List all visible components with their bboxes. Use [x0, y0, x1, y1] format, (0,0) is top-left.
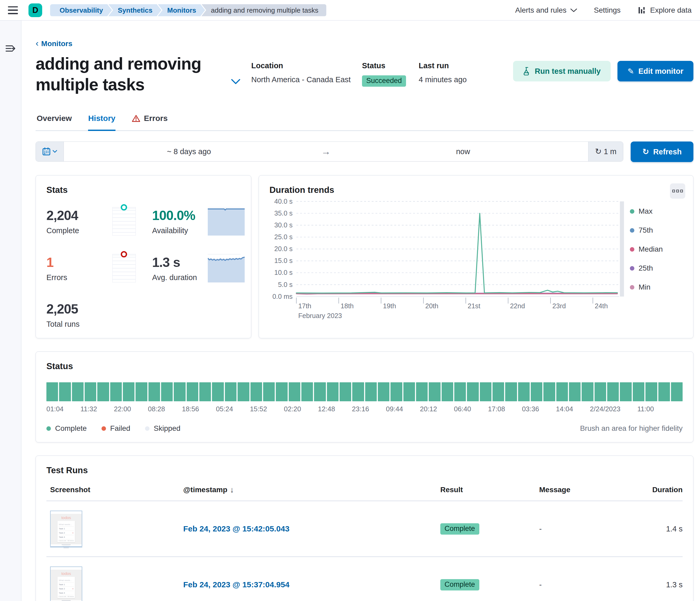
tab-bar: Overview History Errors	[35, 114, 693, 131]
refresh-interval-control[interactable]: ↻ 1 m	[588, 142, 623, 161]
legend-dot	[630, 209, 634, 214]
status-bar[interactable]	[505, 382, 517, 401]
legend-item-min[interactable]: Min	[630, 283, 682, 291]
status-bar[interactable]	[569, 382, 580, 401]
tab-errors[interactable]: Errors	[132, 114, 168, 131]
status-bar[interactable]	[225, 382, 236, 401]
status-bar[interactable]	[378, 382, 390, 401]
breadcrumb-item[interactable]: Observability	[50, 4, 112, 16]
svg-text:30.0 s: 30.0 s	[274, 221, 292, 229]
col-timestamp[interactable]: @timestamp↓	[183, 485, 440, 494]
status-bar[interactable]	[327, 382, 339, 401]
status-bar[interactable]	[72, 382, 83, 401]
status-bar[interactable]	[467, 382, 478, 401]
test-run-timestamp-link[interactable]: Feb 24, 2023 @ 15:37:04.954	[183, 580, 290, 589]
status-bar[interactable]	[633, 382, 644, 401]
breadcrumb-item[interactable]: Synthetics	[108, 4, 161, 16]
status-bar[interactable]	[85, 382, 96, 401]
status-bar[interactable]	[135, 382, 147, 401]
status-bar[interactable]	[454, 382, 466, 401]
space-avatar[interactable]: D	[28, 3, 42, 17]
legend-item-25th[interactable]: 25th	[630, 264, 682, 272]
thumb-app-title: todos	[51, 571, 82, 576]
status-bar[interactable]	[187, 382, 198, 401]
refresh-button[interactable]: ↻ Refresh	[631, 141, 693, 162]
legend-item-median[interactable]: Median	[630, 245, 682, 254]
status-bar[interactable]	[174, 382, 185, 401]
tab-overview[interactable]: Overview	[36, 114, 72, 131]
status-bar[interactable]	[543, 382, 555, 401]
explore-data-link[interactable]: Explore data	[638, 6, 692, 15]
status-bar[interactable]	[658, 382, 670, 401]
status-bar[interactable]	[289, 382, 300, 401]
svg-text:17th: 17th	[298, 303, 311, 310]
col-message: Message	[539, 486, 627, 494]
status-bar[interactable]	[480, 382, 492, 401]
expand-sidebar-icon[interactable]	[5, 44, 16, 54]
status-bar[interactable]	[607, 382, 619, 401]
stats-title: Stats	[46, 185, 241, 195]
test-run-timestamp-link[interactable]: Feb 24, 2023 @ 15:42:05.043	[183, 524, 290, 533]
status-bar[interactable]	[59, 382, 71, 401]
back-to-monitors-link[interactable]: ‹ Monitors	[35, 39, 73, 48]
status-bar[interactable]	[148, 382, 160, 401]
status-bar[interactable]	[493, 382, 504, 401]
status-bar[interactable]	[263, 382, 275, 401]
status-bar[interactable]	[250, 382, 262, 401]
chart-options-icon[interactable]	[670, 183, 685, 199]
status-bar[interactable]	[391, 382, 402, 401]
quick-select-menu[interactable]	[36, 142, 64, 161]
status-bar[interactable]	[365, 382, 377, 401]
status-bar[interactable]	[352, 382, 364, 401]
status-bar[interactable]	[301, 382, 313, 401]
status-bar[interactable]	[314, 382, 326, 401]
settings-link[interactable]: Settings	[594, 6, 621, 15]
status-bar[interactable]	[531, 382, 542, 401]
explore-data-label: Explore data	[650, 6, 692, 15]
status-bar[interactable]	[238, 382, 249, 401]
status-bar-chart[interactable]	[46, 382, 682, 401]
start-date-field[interactable]: ~ 8 days ago	[64, 142, 314, 161]
status-bar[interactable]	[416, 382, 428, 401]
status-bar[interactable]	[212, 382, 224, 401]
status-bar[interactable]	[518, 382, 530, 401]
errors-sparkline	[112, 254, 136, 283]
tab-history[interactable]: History	[88, 114, 115, 131]
status-bar[interactable]	[199, 382, 211, 401]
status-bar[interactable]	[276, 382, 288, 401]
breadcrumb-item[interactable]: Monitors	[158, 4, 205, 16]
screenshot-thumbnail[interactable]: todos What needs… Task 1 Task 2× Task 4 …	[50, 511, 82, 547]
complete-label: Complete	[46, 226, 112, 235]
status-bar[interactable]	[110, 382, 122, 401]
status-bar[interactable]	[429, 382, 440, 401]
legend-item-max[interactable]: Max	[630, 207, 682, 215]
status-bar[interactable]	[620, 382, 631, 401]
breadcrumb: ObservabilitySyntheticsMonitorsadding an…	[50, 4, 323, 16]
status-bar[interactable]	[671, 382, 682, 401]
screenshot-thumbnail[interactable]: todos What needs… Task 1 Task 2× Task 4 …	[50, 567, 82, 601]
status-bar[interactable]	[442, 382, 453, 401]
menu-icon[interactable]	[8, 6, 18, 14]
status-panel-title: Status	[46, 361, 682, 371]
status-bar[interactable]	[556, 382, 568, 401]
duration-trends-chart[interactable]: 0.0 ms5.0 s10.0 s15.0 s20.0 s25.0 s30.0 …	[270, 197, 630, 321]
edit-monitor-button[interactable]: ✎ Edit monitor	[618, 61, 693, 81]
end-date-field[interactable]: now	[338, 142, 589, 161]
status-bar[interactable]	[46, 382, 58, 401]
status-bar[interactable]	[403, 382, 415, 401]
page-title: adding and removing multiple tasks	[35, 53, 220, 95]
status-bar[interactable]	[595, 382, 606, 401]
status-bar[interactable]	[340, 382, 351, 401]
status-bar[interactable]	[161, 382, 173, 401]
status-bar[interactable]	[645, 382, 657, 401]
status-bar[interactable]	[582, 382, 593, 401]
alerts-and-rules-menu[interactable]: Alerts and rules	[515, 6, 577, 15]
legend-item-75th[interactable]: 75th	[630, 226, 682, 235]
run-test-manually-button[interactable]: Run test manually	[513, 61, 610, 81]
col-screenshot: Screenshot	[50, 486, 183, 494]
status-bar[interactable]	[123, 382, 134, 401]
legend-dot	[630, 285, 634, 290]
svg-text:40.0 s: 40.0 s	[274, 198, 292, 205]
monitor-select-chevron-icon[interactable]	[231, 79, 241, 86]
status-bar[interactable]	[97, 382, 109, 401]
